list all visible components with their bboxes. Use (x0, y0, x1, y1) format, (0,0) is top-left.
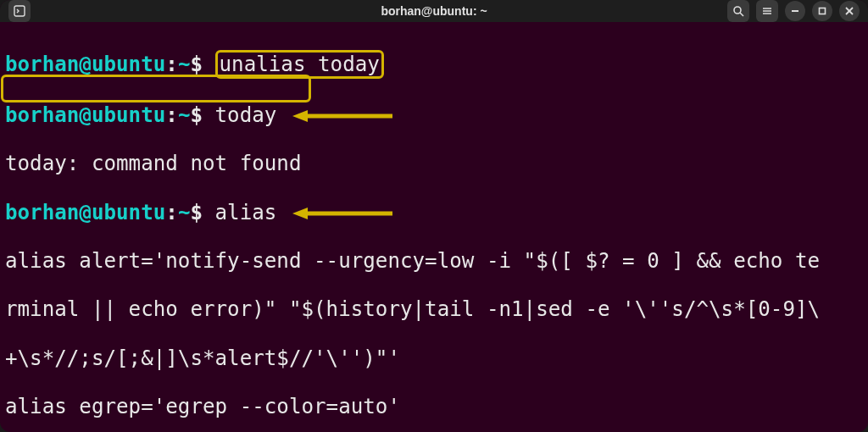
output-error-line: today: command not found (5, 152, 863, 176)
arrow-left-icon (292, 205, 394, 222)
prompt-dollar: $ (190, 103, 203, 127)
minimize-icon (791, 7, 799, 15)
prompt-dollar: $ (190, 201, 203, 224)
prompt-sep: : (165, 201, 178, 224)
svg-line-2 (740, 13, 743, 16)
arrow-left-icon (292, 108, 394, 125)
command-text: alias (215, 201, 277, 224)
titlebar: borhan@ubuntu: ~ (0, 0, 868, 22)
hamburger-icon (761, 5, 773, 17)
svg-rect-0 (14, 6, 25, 16)
prompt-line-2: borhan@ubuntu:~$ today (5, 103, 863, 128)
terminal-area[interactable]: borhan@ubuntu:~$ unalias today borhan@ub… (0, 22, 868, 432)
prompt-host: borhan@ubuntu (5, 53, 165, 76)
search-icon (732, 5, 744, 17)
prompt-host: borhan@ubuntu (5, 201, 165, 224)
command-text: unalias today (220, 53, 380, 76)
svg-marker-11 (292, 110, 308, 122)
new-tab-button[interactable] (8, 0, 31, 22)
arrow-annotation-1 (292, 103, 394, 128)
svg-point-1 (734, 7, 741, 14)
search-button[interactable] (727, 0, 749, 22)
prompt-path: ~ (178, 103, 191, 127)
highlight-box-1: unalias today (215, 50, 384, 80)
alias-output-line: +\s*//;s/[;&|]\s*alert$//'\'')"' (5, 346, 863, 371)
error-text: today: command not found (5, 152, 302, 175)
close-button[interactable] (839, 1, 860, 21)
terminal-window: borhan@ubuntu: ~ (0, 0, 868, 432)
arrow-annotation-2 (292, 201, 394, 225)
alias-output-line: alias alert='notify-send --urgency=low -… (5, 249, 863, 274)
minimize-button[interactable] (785, 1, 805, 21)
menu-button[interactable] (756, 0, 778, 22)
prompt-path: ~ (178, 53, 191, 76)
prompt-sep: : (165, 53, 178, 76)
terminal-icon (14, 5, 25, 17)
prompt-line-3: borhan@ubuntu:~$ alias (5, 201, 863, 225)
prompt-host: borhan@ubuntu (5, 103, 165, 127)
maximize-icon (818, 7, 826, 15)
prompt-line-1: borhan@ubuntu:~$ unalias today (5, 50, 863, 80)
svg-rect-7 (820, 8, 826, 14)
maximize-button[interactable] (812, 1, 832, 21)
alias-output-line: alias egrep='egrep --color=auto' (5, 395, 863, 419)
prompt-dollar: $ (190, 53, 203, 76)
prompt-sep: : (165, 103, 178, 127)
command-text: today (215, 103, 277, 127)
prompt-path: ~ (178, 201, 191, 224)
alias-output-line: rminal || echo error)" "$(history|tail -… (5, 297, 863, 322)
close-icon (845, 7, 854, 15)
svg-marker-13 (292, 208, 308, 219)
